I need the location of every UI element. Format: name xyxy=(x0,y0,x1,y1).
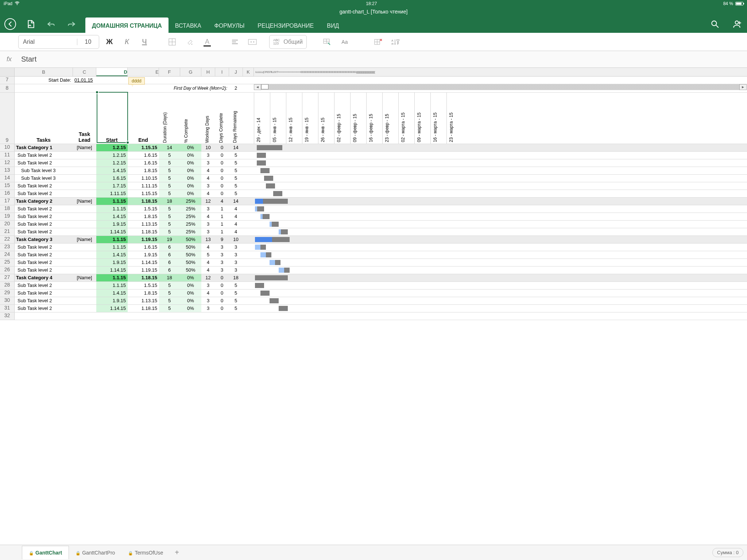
row-32[interactable]: 32 xyxy=(0,312,747,320)
col-header-b[interactable]: B xyxy=(15,68,73,76)
ipad-status-bar: iPad 18:27 84 % xyxy=(0,0,747,7)
table-row[interactable]: 20Sub Task level 21.9.151.13.15525%314 xyxy=(0,221,747,228)
timeline-scroll-thumb[interactable] xyxy=(261,84,268,89)
col-header-e[interactable]: E xyxy=(128,68,159,76)
table-row[interactable]: 18Sub Task level 21.1.151.5.15525%314 xyxy=(0,205,747,213)
main-toolbar: ДОМАШНЯЯ СТРАНИЦА ВСТАВКА ФОРМУЛЫ РЕЦЕНЗ… xyxy=(0,15,747,33)
date-column-header[interactable]: 16 - февр - 15 xyxy=(366,93,382,144)
fx-icon: fx xyxy=(0,55,18,63)
tab-insert[interactable]: ВСТАВКА xyxy=(169,18,208,33)
table-row[interactable]: 30Sub Task level 21.9.151.13.1550%305 xyxy=(0,297,747,305)
col-headers-overflow[interactable]: LLLLLL(CFESTILL\\Y7=================EEEE… xyxy=(254,68,747,76)
table-row[interactable]: 28Sub Task level 21.1.151.5.1550%305 xyxy=(0,282,747,289)
undo-button[interactable] xyxy=(44,18,58,31)
align-button[interactable] xyxy=(228,35,242,49)
tab-review[interactable]: РЕЦЕНЗИРОВАНИЕ xyxy=(251,18,320,33)
cell-comment-tooltip: dddd xyxy=(128,77,145,85)
row-7[interactable]: 7 Start Date: 01.01.15 xyxy=(0,77,747,84)
table-row[interactable]: 27Task Category 4[Name]1.1.151.18.15180%… xyxy=(0,274,747,282)
file-button[interactable] xyxy=(24,18,37,31)
table-row[interactable]: 25Sub Task level 21.9.151.14.15650%433 xyxy=(0,259,747,267)
tab-view[interactable]: ВИД xyxy=(320,18,345,33)
table-row[interactable]: 19Sub Task level 21.4.151.8.15525%414 xyxy=(0,213,747,221)
date-column-header[interactable]: 23 - февр - 15 xyxy=(382,93,398,144)
font-selector[interactable]: Arial 10 xyxy=(18,35,99,49)
table-row[interactable]: 15Sub Task level 21.7.151.11.1550%305 xyxy=(0,182,747,190)
svg-text:Я: Я xyxy=(391,42,394,46)
fill-color-button[interactable] xyxy=(182,35,197,49)
table-row[interactable]: 22Task Category 3[Name]1.1.151.19.151950… xyxy=(0,236,747,244)
col-header-i[interactable]: I xyxy=(215,68,229,76)
tab-home[interactable]: ДОМАШНЯЯ СТРАНИЦА xyxy=(85,18,169,33)
date-column-header[interactable]: 09 - марта - 15 xyxy=(414,93,430,144)
table-row[interactable]: 23Sub Task level 21.1.151.6.15650%433 xyxy=(0,244,747,251)
search-button[interactable] xyxy=(708,18,721,31)
column-headers[interactable]: B C D E F G H I J K LLLLLL(CFESTILL\\Y7=… xyxy=(0,68,747,77)
date-column-header[interactable]: 02 - февр - 15 xyxy=(334,93,350,144)
date-column-header[interactable]: 02 - марта - 15 xyxy=(398,93,414,144)
wifi-icon xyxy=(15,1,20,6)
italic-button[interactable]: К xyxy=(120,35,134,49)
col-header-c[interactable]: C xyxy=(73,68,96,76)
insert-delete-button[interactable] xyxy=(371,35,386,49)
date-column-header[interactable]: 16 - марта - 15 xyxy=(430,93,446,144)
clock: 18:27 xyxy=(366,1,377,6)
table-row[interactable]: 21Sub Task level 21.14.151.18.15525%314 xyxy=(0,228,747,236)
format-toolbar: Arial 10 Ж К Ч А АВС123 Общий Aa АЯ xyxy=(0,33,747,51)
timeline-scroll-right[interactable]: ► xyxy=(739,84,747,90)
date-column-header[interactable]: 19 - янв - 15 xyxy=(302,93,318,144)
table-row[interactable]: 12Sub Task level 21.2.151.6.1550%305 xyxy=(0,159,747,167)
tab-formulas[interactable]: ФОРМУЛЫ xyxy=(208,18,251,33)
col-header-h[interactable]: H xyxy=(201,68,215,76)
underline-button[interactable]: Ч xyxy=(137,35,152,49)
borders-button[interactable] xyxy=(165,35,179,49)
number-format-selector[interactable]: АВС123 Общий xyxy=(269,35,307,49)
insert-function-button[interactable] xyxy=(320,35,334,49)
back-button[interactable] xyxy=(4,18,17,31)
font-color-button[interactable]: А xyxy=(200,35,214,49)
share-button[interactable] xyxy=(730,18,743,31)
date-column-header[interactable]: 26 - янв - 15 xyxy=(318,93,334,144)
document-title: gantt-chart_L [Только чтение] xyxy=(0,7,747,15)
timeline-scroll-left[interactable]: ◄ xyxy=(254,84,261,90)
date-column-header[interactable]: 09 - февр - 15 xyxy=(350,93,366,144)
svg-rect-9 xyxy=(248,39,256,44)
svg-point-1 xyxy=(712,21,716,26)
merge-button[interactable] xyxy=(245,35,260,49)
formula-input[interactable] xyxy=(18,55,747,63)
bold-button[interactable]: Ж xyxy=(102,35,117,49)
spreadsheet-grid[interactable]: 7 Start Date: 01.01.15 8 First Day of We… xyxy=(0,77,747,332)
sort-filter-button[interactable]: АЯ xyxy=(388,35,403,49)
battery-percent: 84 % xyxy=(723,1,733,6)
svg-point-0 xyxy=(17,4,18,5)
col-header-g[interactable]: G xyxy=(180,68,201,76)
table-row[interactable]: 14Sub Task level 31.6.151.10.1550%405 xyxy=(0,175,747,182)
col-header-f[interactable]: F xyxy=(159,68,180,76)
row-9-headers[interactable]: 9 Tasks TaskLead Start End Duration (Day… xyxy=(0,93,747,144)
col-header-j[interactable]: J xyxy=(229,68,243,76)
table-row[interactable]: 31Sub Task level 21.14.151.18.1550%305 xyxy=(0,305,747,312)
row-8[interactable]: 8 First Day of Week (Mon=2): 2 ◄ ► xyxy=(0,84,747,93)
formula-bar[interactable]: fx xyxy=(0,51,747,68)
select-all-corner[interactable] xyxy=(0,68,15,76)
date-column-header[interactable]: 29 - дек - 14 xyxy=(254,93,270,144)
ribbon-tabs: ДОМАШНЯЯ СТРАНИЦА ВСТАВКА ФОРМУЛЫ РЕЦЕНЗ… xyxy=(85,15,345,33)
date-column-header[interactable]: 05 - янв - 15 xyxy=(270,93,286,144)
table-row[interactable]: 24Sub Task level 21.4.151.9.15650%533 xyxy=(0,251,747,259)
device-name: iPad xyxy=(4,1,12,6)
redo-button[interactable] xyxy=(65,18,78,31)
cell-styles-button[interactable]: Aa xyxy=(337,35,352,49)
date-column-header[interactable]: 23 - марта - 15 xyxy=(446,93,462,144)
date-column-header[interactable]: 12 - янв - 15 xyxy=(286,93,302,144)
svg-text:А: А xyxy=(391,39,394,42)
battery-icon xyxy=(735,2,743,5)
col-header-d[interactable]: D xyxy=(96,68,128,76)
col-header-k[interactable]: K xyxy=(243,68,254,76)
table-row[interactable]: 29Sub Task level 21.4.151.8.1550%405 xyxy=(0,289,747,297)
table-row[interactable]: 16Sub Task level 21.11.151.15.1550%405 xyxy=(0,190,747,198)
table-row[interactable]: 26Sub Task level 21.14.151.19.15650%433 xyxy=(0,267,747,274)
table-row[interactable]: 17Task Category 2[Name]1.1.151.18.151825… xyxy=(0,198,747,205)
table-row[interactable]: 11Sub Task level 21.2.151.6.1550%305 xyxy=(0,152,747,159)
table-row[interactable]: 10Task Category 1[Name]1.2.151.15.15140%… xyxy=(0,144,747,152)
table-row[interactable]: 13Sub Task level 31.4.151.8.1550%405 xyxy=(0,167,747,175)
